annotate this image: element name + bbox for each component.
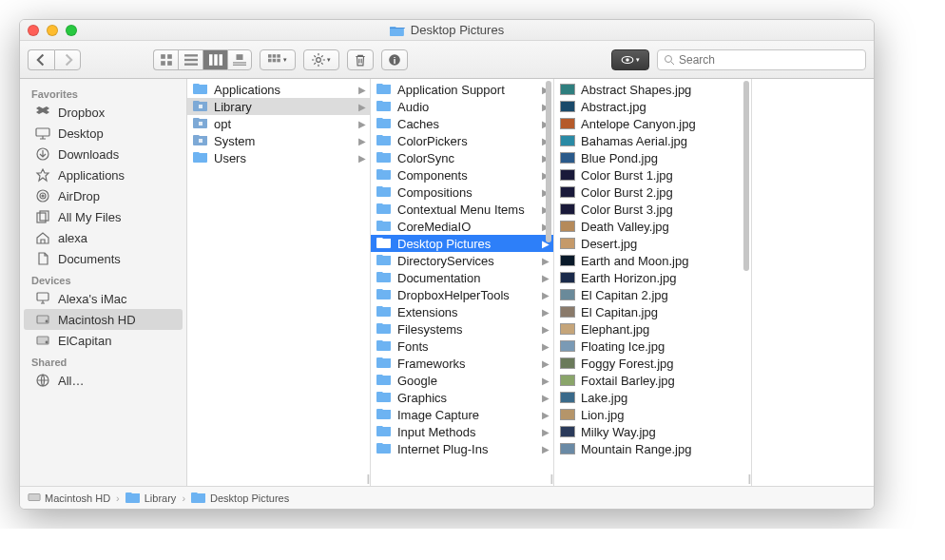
coverflow-view-button[interactable] [227, 49, 252, 70]
path-segment[interactable]: Macintosh HD [28, 492, 110, 505]
folder-row[interactable]: ColorSync▶ [371, 149, 553, 166]
folder-row[interactable]: ColorPickers▶ [371, 132, 553, 149]
image-thumb-icon [560, 409, 575, 420]
search-input[interactable] [679, 53, 859, 67]
trash-button[interactable] [347, 49, 374, 70]
forward-button[interactable] [54, 49, 81, 70]
folder-row[interactable]: Fonts▶ [371, 338, 553, 355]
sidebar[interactable]: FavoritesDropboxDesktopDownloadsApplicat… [20, 79, 187, 486]
folder-row[interactable]: Documentation▶ [371, 269, 553, 286]
path-segment[interactable]: Library [125, 492, 177, 505]
folder-row[interactable]: Applications▶ [187, 81, 370, 98]
image-thumb-icon [560, 392, 575, 403]
scrollbar-thumb[interactable] [743, 81, 749, 271]
column[interactable]: Abstract Shapes.jpgAbstract.jpgAntelope … [554, 79, 752, 486]
sidebar-item-label: Dropbox [58, 106, 105, 120]
sidebar-item[interactable]: AirDrop [20, 185, 186, 206]
folder-row[interactable]: opt▶ [187, 115, 370, 132]
file-row[interactable]: Color Burst 1.jpg [554, 166, 751, 183]
folder-row[interactable]: Contextual Menu Items▶ [371, 201, 553, 218]
column[interactable]: Applications▶Library▶opt▶System▶Users▶|| [187, 79, 371, 486]
folder-row[interactable]: Graphics▶ [371, 389, 553, 406]
folder-icon [376, 305, 392, 319]
file-row[interactable]: Abstract.jpg [554, 98, 751, 115]
folder-row[interactable]: Components▶ [371, 166, 553, 183]
folder-row[interactable]: Compositions▶ [371, 183, 553, 201]
icon-view-button[interactable] [153, 49, 178, 70]
column-resize-handle[interactable]: || [550, 473, 551, 484]
sidebar-item[interactable]: Applications [20, 164, 186, 185]
file-row[interactable]: Abstract Shapes.jpg [554, 81, 751, 98]
column[interactable]: Application Support▶Audio▶Caches▶ColorPi… [371, 79, 554, 486]
file-row[interactable]: Foxtail Barley.jpg [554, 372, 751, 389]
folder-row[interactable]: Frameworks▶ [371, 355, 553, 372]
column-resize-handle[interactable]: || [367, 473, 368, 484]
sidebar-item[interactable]: ElCapitan [20, 330, 186, 351]
file-row[interactable]: Lion.jpg [554, 406, 751, 423]
file-row[interactable]: El Capitan 2.jpg [554, 286, 751, 303]
folder-row[interactable]: Filesystems▶ [371, 320, 553, 338]
row-label: Frameworks [397, 357, 466, 371]
folder-row[interactable]: Google▶ [371, 372, 553, 389]
folder-row[interactable]: Library▶ [187, 98, 370, 115]
file-row[interactable]: Bahamas Aerial.jpg [554, 132, 751, 149]
row-label: Fonts [397, 339, 429, 354]
folder-row[interactable]: Image Capture▶ [371, 406, 553, 423]
file-row[interactable]: Earth Horizon.jpg [554, 269, 751, 286]
arrange-button[interactable]: ▾ [260, 49, 296, 70]
folder-row[interactable]: Caches▶ [371, 115, 553, 132]
folder-row[interactable]: System▶ [187, 132, 370, 149]
svg-point-34 [46, 320, 48, 322]
sidebar-item[interactable]: Macintosh HD [24, 309, 183, 330]
close-button[interactable] [28, 25, 39, 36]
file-row[interactable]: Mountain Range.jpg [554, 440, 751, 457]
file-row[interactable]: El Capitan.jpg [554, 303, 751, 320]
minimize-button[interactable] [47, 25, 58, 36]
folder-row[interactable]: Application Support▶ [371, 81, 553, 98]
zoom-button[interactable] [66, 25, 77, 36]
sidebar-item[interactable]: Dropbox [20, 102, 186, 123]
file-row[interactable]: Lake.jpg [554, 389, 751, 406]
file-row[interactable]: Earth and Moon.jpg [554, 252, 751, 269]
folder-row[interactable]: Desktop Pictures▶ [371, 235, 553, 252]
titlebar[interactable]: Desktop Pictures [20, 20, 874, 41]
folder-row[interactable]: DropboxHelperTools▶ [371, 286, 553, 303]
file-row[interactable]: Milky Way.jpg [554, 423, 751, 440]
file-row[interactable]: Foggy Forest.jpg [554, 355, 751, 372]
column-resize-handle[interactable]: || [748, 473, 749, 484]
folder-row[interactable]: DirectoryServices▶ [371, 252, 553, 269]
chevron-right-icon: ▶ [542, 376, 550, 386]
file-row[interactable]: Elephant.jpg [554, 320, 751, 338]
folder-row[interactable]: Users▶ [187, 149, 370, 166]
sidebar-item[interactable]: Alexa's iMac [20, 288, 186, 309]
scrollbar-thumb[interactable] [546, 81, 551, 242]
folder-row[interactable]: Audio▶ [371, 98, 553, 115]
folder-row[interactable]: Input Methods▶ [371, 423, 553, 440]
back-button[interactable] [28, 49, 54, 70]
sidebar-item[interactable]: Downloads [20, 144, 186, 164]
folder-icon [193, 151, 208, 165]
file-row[interactable]: Death Valley.jpg [554, 218, 751, 235]
file-row[interactable]: Floating Ice.jpg [554, 338, 751, 355]
sidebar-item[interactable]: All… [20, 370, 186, 391]
file-row[interactable]: Antelope Canyon.jpg [554, 115, 751, 132]
file-row[interactable]: Color Burst 2.jpg [554, 183, 751, 201]
share-button[interactable]: ▾ [611, 49, 649, 70]
folder-row[interactable]: Internet Plug-Ins▶ [371, 440, 553, 457]
action-button[interactable]: ▾ [303, 49, 339, 70]
info-button[interactable]: i [381, 49, 408, 70]
folder-row[interactable]: Extensions▶ [371, 303, 553, 320]
folder-icon [376, 220, 392, 234]
path-segment[interactable]: Desktop Pictures [191, 492, 289, 505]
sidebar-item[interactable]: Desktop [20, 123, 186, 144]
sidebar-item[interactable]: Documents [20, 248, 186, 269]
folder-row[interactable]: CoreMediaIO▶ [371, 218, 553, 235]
list-view-button[interactable] [178, 49, 202, 70]
file-row[interactable]: Blue Pond.jpg [554, 149, 751, 166]
file-row[interactable]: Desert.jpg [554, 235, 751, 252]
file-row[interactable]: Color Burst 3.jpg [554, 201, 751, 218]
sidebar-item[interactable]: All My Files [20, 206, 186, 227]
search-field[interactable] [657, 49, 866, 70]
column-view-button[interactable] [202, 49, 227, 70]
sidebar-item[interactable]: alexa [20, 227, 186, 248]
